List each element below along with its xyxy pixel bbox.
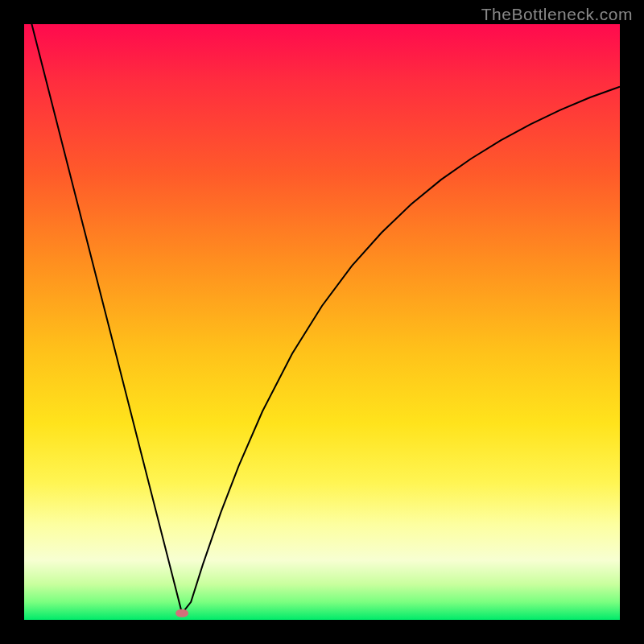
plot-area [24, 24, 620, 620]
bottleneck-curve [24, 24, 620, 613]
chart-container: TheBottleneck.com [0, 0, 644, 644]
minimum-marker [175, 609, 188, 617]
chart-svg [24, 24, 620, 620]
watermark-text: TheBottleneck.com [481, 5, 633, 24]
